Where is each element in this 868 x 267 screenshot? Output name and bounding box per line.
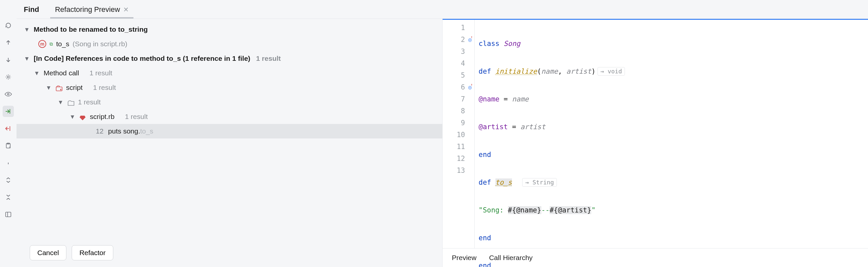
line-number: 2 <box>461 36 465 43</box>
method-name: to_s <box>56 38 69 50</box>
method-def: initialize <box>495 67 537 75</box>
tab-preview[interactable]: Preview <box>451 252 478 264</box>
tree-label: Method call <box>43 67 79 79</box>
tree-row-references-header[interactable]: ▾ [In Code] References in code to method… <box>17 51 442 66</box>
layout-icon[interactable] <box>3 209 14 220</box>
svg-point-1 <box>8 93 9 95</box>
info-icon[interactable] <box>3 157 14 169</box>
punct: ) <box>591 67 595 75</box>
inlay-hint: → String <box>522 178 557 187</box>
line-number: 10 <box>457 131 465 139</box>
method-location: (Song in script.rb) <box>73 38 127 50</box>
tree-row-usage[interactable]: 12 puts song.to_s <box>17 124 442 139</box>
tree-row-method-call[interactable]: ▾ Method call 1 result <box>17 66 442 80</box>
local: name <box>512 95 529 103</box>
ivar: @artist <box>478 123 508 131</box>
close-icon[interactable]: ✕ <box>123 6 129 13</box>
string: " <box>591 206 595 214</box>
rerun-icon[interactable] <box>3 20 14 31</box>
code-editor[interactable]: class Song def initialize(name, artist)→… <box>474 20 868 248</box>
method-def: to_s <box>495 178 512 186</box>
keyword: end <box>478 151 491 158</box>
tree-label: script.rb <box>90 111 115 123</box>
refactor-tree-panel: ▾ Method to be renamed to to_string m ⧉ … <box>17 19 442 267</box>
tree-row-rename-target[interactable]: ▾ Method to be renamed to to_string <box>17 22 442 37</box>
footer-buttons: Cancel Refactor <box>17 239 442 267</box>
line-number: 8 <box>461 107 465 115</box>
refs-count: 1 result <box>256 55 281 62</box>
line-number: 5 <box>461 71 465 79</box>
line-number: 6 <box>461 83 465 91</box>
result-count: 1 result <box>90 67 112 79</box>
punct: ( <box>537 67 541 75</box>
tab-refactoring-preview[interactable]: Refactoring Preview ✕ <box>50 2 133 19</box>
usage-prefix: puts song. <box>108 127 140 135</box>
expand-up-icon[interactable] <box>3 37 14 48</box>
svg-rect-3 <box>6 212 11 217</box>
ruby-icon <box>79 113 87 120</box>
tree-row-method[interactable]: m ⧉ to_s (Song in script.rb) <box>17 37 442 51</box>
chevron-down-icon[interactable]: ▾ <box>23 53 30 64</box>
line-number: 11 <box>457 143 465 151</box>
tree-row-project[interactable]: ▾ script 1 result <box>17 80 442 95</box>
chevron-down-icon[interactable]: ▾ <box>69 111 76 123</box>
link-icon: ⧉ <box>50 38 53 50</box>
refs-prefix: [In Code] <box>34 55 66 62</box>
interp: #{@name} <box>508 206 541 214</box>
collapse-all-icon[interactable] <box>3 192 14 203</box>
svg-rect-4 <box>56 87 62 91</box>
gear-icon[interactable] <box>3 71 14 83</box>
result-count: 1 result <box>125 111 148 123</box>
line-number: 13 <box>457 167 465 175</box>
keyword: def <box>478 67 495 75</box>
tree-row-folder[interactable]: ▾ 1 result <box>17 95 442 109</box>
line-number: 1 <box>461 24 465 32</box>
expand-down-icon[interactable] <box>3 54 14 65</box>
line-number: 3 <box>461 48 465 56</box>
preview-icon[interactable] <box>3 89 14 100</box>
exclude-icon[interactable] <box>3 123 14 134</box>
ivar: @name <box>478 95 499 103</box>
editor-gutter: 1 2◎↑ 3 4 5 6◎↑ 7 8 9 10 11 12 13 <box>442 20 474 248</box>
tab-bar: Find Refactoring Preview ✕ <box>17 0 868 19</box>
refactor-button[interactable]: Refactor <box>72 245 113 260</box>
local: artist <box>520 123 545 131</box>
string: -- <box>541 206 550 214</box>
tree-row-file[interactable]: ▾ script.rb 1 result <box>17 109 442 124</box>
keyword: end <box>478 262 491 267</box>
op: = <box>508 123 521 131</box>
keyword: def <box>478 178 495 186</box>
keyword: class <box>478 40 504 48</box>
project-icon <box>56 84 63 91</box>
line-number: 12 <box>457 155 465 162</box>
line-number: 9 <box>461 119 465 127</box>
override-marker-icon[interactable]: ◎↑ <box>468 84 472 91</box>
punct: , <box>558 67 566 75</box>
tab-label: Refactoring Preview <box>55 5 120 14</box>
string: "Song: <box>478 206 508 214</box>
chevron-down-icon[interactable]: ▾ <box>33 67 40 79</box>
cancel-button[interactable]: Cancel <box>30 245 66 260</box>
tool-window-sidebar <box>0 0 17 267</box>
interp: #{@artist} <box>550 206 591 214</box>
param: name <box>541 67 558 75</box>
line-number: 4 <box>461 59 465 67</box>
line-number: 7 <box>461 95 465 103</box>
preview-panel: 1 2◎↑ 3 4 5 6◎↑ 7 8 9 10 11 12 13 <box>442 19 868 267</box>
class-name: Song <box>504 40 521 48</box>
include-icon[interactable] <box>3 106 14 117</box>
chevron-down-icon[interactable]: ▾ <box>57 96 64 108</box>
tab-find[interactable]: Find <box>19 2 43 19</box>
inlay-hint: → void <box>597 67 625 76</box>
tree-label: script <box>66 82 83 93</box>
override-marker-icon[interactable]: ◎↑ <box>468 36 472 43</box>
chevron-down-icon[interactable]: ▾ <box>23 24 30 35</box>
method-icon: m <box>38 40 46 48</box>
clipboard-remove-icon[interactable] <box>3 140 14 151</box>
tab-label: Find <box>24 5 39 14</box>
svg-point-0 <box>7 76 9 78</box>
expand-all-icon[interactable] <box>3 175 14 186</box>
chevron-down-icon[interactable]: ▾ <box>45 82 52 93</box>
op: = <box>499 95 512 103</box>
tree-header: Method to be renamed to to_string <box>34 24 148 35</box>
